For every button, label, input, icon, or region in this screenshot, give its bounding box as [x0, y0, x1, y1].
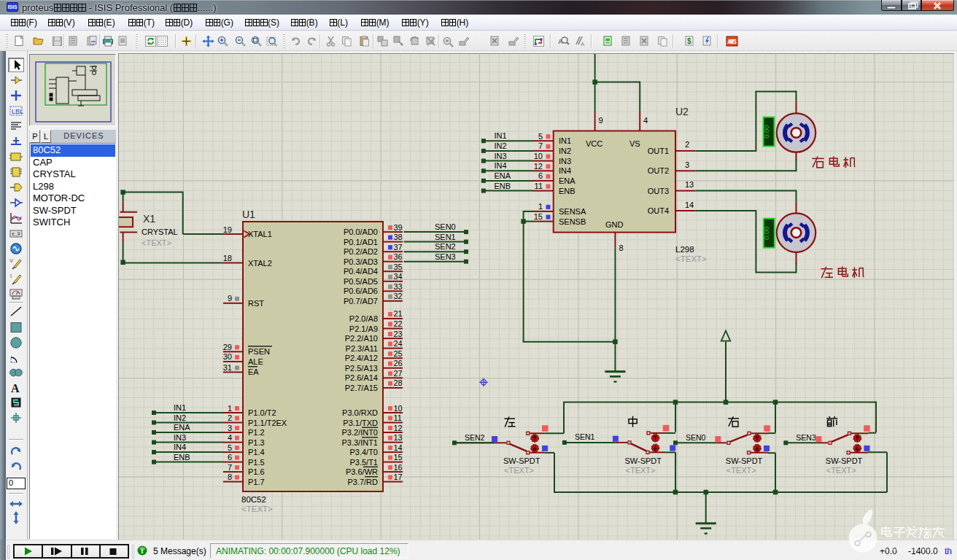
svg-text:37: 37 — [394, 243, 403, 252]
svg-text:P2.5/A13: P2.5/A13 — [345, 364, 378, 373]
svg-text:SW-SPDT: SW-SPDT — [503, 456, 541, 465]
svg-text:P2.0/A8: P2.0/A8 — [349, 314, 378, 323]
svg-text:P3.2/INT0: P3.2/INT0 — [341, 428, 378, 437]
svg-text:25: 25 — [394, 349, 403, 358]
svg-text:<TEXT>: <TEXT> — [626, 466, 656, 475]
svg-text:ENB: ENB — [174, 453, 190, 462]
svg-text:IN2: IN2 — [174, 413, 186, 422]
svg-text:U2: U2 — [675, 106, 689, 117]
svg-text:P3.4/T0: P3.4/T0 — [349, 448, 378, 456]
svg-text:34: 34 — [394, 272, 403, 281]
svg-text:OUT4: OUT4 — [648, 206, 669, 215]
svg-text:P2.4/A12: P2.4/A12 — [345, 354, 378, 362]
svg-text:P1.7: P1.7 — [248, 478, 265, 486]
svg-text:P1.2: P1.2 — [248, 428, 265, 437]
svg-text:P0.2/AD2: P0.2/AD2 — [344, 247, 378, 256]
svg-text:ENA: ENA — [174, 423, 190, 432]
svg-text:8: 8 — [228, 472, 232, 481]
svg-text:OUT1: OUT1 — [648, 147, 669, 155]
svg-text:L298: L298 — [675, 245, 694, 254]
svg-text:IN1: IN1 — [559, 136, 571, 145]
svg-text:P0.4/AD4: P0.4/AD4 — [344, 267, 378, 276]
svg-text:ALE: ALE — [248, 357, 263, 366]
svg-text:P2.1/A9: P2.1/A9 — [349, 324, 378, 333]
svg-text:SEN2: SEN2 — [435, 242, 456, 251]
svg-text:4: 4 — [643, 116, 648, 125]
svg-text:V: V — [9, 257, 14, 264]
svg-text:IN1: IN1 — [174, 403, 186, 412]
svg-text:3: 3 — [228, 424, 232, 432]
svg-text:$: $ — [687, 37, 691, 45]
svg-text:P0.0/AD0: P0.0/AD0 — [344, 228, 378, 236]
svg-text:P1.6: P1.6 — [248, 467, 265, 476]
svg-text:P3.1/TXD: P3.1/TXD — [343, 419, 378, 427]
svg-text:11: 11 — [394, 413, 402, 422]
svg-text:P3.3/INT1: P3.3/INT1 — [341, 438, 378, 447]
svg-text:27: 27 — [394, 369, 403, 378]
svg-text:1: 1 — [538, 202, 543, 211]
svg-text:<TEXT>: <TEXT> — [142, 238, 171, 247]
svg-text:P2.7/A15: P2.7/A15 — [345, 384, 378, 392]
svg-text:IN2: IN2 — [495, 141, 507, 150]
svg-text:7: 7 — [228, 463, 232, 472]
svg-text:P3.5/T1: P3.5/T1 — [349, 458, 378, 467]
svg-text:SEN1: SEN1 — [435, 233, 456, 241]
svg-text:OUT3: OUT3 — [648, 187, 669, 195]
svg-text:<TEXT>: <TEXT> — [727, 466, 756, 475]
svg-text:P1.4: P1.4 — [248, 448, 265, 456]
svg-text:U1: U1 — [242, 209, 255, 220]
svg-text:SW-SPDT: SW-SPDT — [726, 456, 763, 465]
svg-text:ENA: ENA — [495, 171, 511, 180]
svg-text:IN3: IN3 — [174, 433, 186, 442]
svg-text:PSEN: PSEN — [248, 347, 270, 356]
svg-text:11: 11 — [535, 182, 543, 190]
svg-text:9: 9 — [228, 294, 232, 303]
svg-text:24: 24 — [394, 339, 403, 348]
svg-text:18: 18 — [223, 254, 232, 262]
svg-text:CRYSTAL: CRYSTAL — [142, 228, 178, 236]
svg-text:P2.6/A14: P2.6/A14 — [345, 373, 378, 382]
svg-text:P0.7/AD7: P0.7/AD7 — [344, 297, 378, 306]
svg-text:38: 38 — [394, 233, 403, 241]
svg-text:36: 36 — [394, 252, 403, 261]
svg-text:P2.3/A11: P2.3/A11 — [346, 344, 378, 353]
svg-text:2: 2 — [228, 413, 232, 422]
svg-text:P0.5/AD5: P0.5/AD5 — [344, 277, 378, 286]
svg-text:5: 5 — [228, 443, 232, 452]
svg-text:16: 16 — [394, 463, 403, 472]
svg-text:SENSA: SENSA — [559, 207, 586, 216]
svg-text:GND: GND — [605, 220, 624, 229]
svg-text:A: A — [581, 41, 585, 47]
svg-text:10: 10 — [534, 152, 543, 160]
svg-text:6: 6 — [228, 453, 232, 462]
svg-text:P1.1/T2EX: P1.1/T2EX — [248, 419, 287, 427]
svg-text:XTAL1: XTAL1 — [248, 230, 272, 238]
svg-text:8: 8 — [619, 244, 624, 252]
svg-text:5: 5 — [538, 132, 543, 141]
svg-text:28: 28 — [394, 378, 403, 387]
svg-text:SEN1: SEN1 — [575, 432, 595, 441]
svg-text:e_9: e_9 — [12, 232, 20, 237]
svg-text:SW-SPDT: SW-SPDT — [826, 456, 863, 465]
svg-text:P1.5: P1.5 — [248, 458, 265, 467]
svg-text:SEN3: SEN3 — [435, 252, 456, 261]
svg-text:7: 7 — [538, 141, 543, 150]
svg-text:P2.2/A10: P2.2/A10 — [345, 334, 378, 343]
svg-text:15: 15 — [534, 212, 543, 221]
svg-text:0.00: 0.00 — [762, 125, 770, 139]
svg-text:14: 14 — [394, 443, 403, 452]
svg-text:17: 17 — [394, 472, 403, 481]
svg-text:13: 13 — [685, 180, 694, 189]
svg-text:OUT2: OUT2 — [648, 166, 669, 175]
svg-text:<TEXT>: <TEXT> — [675, 254, 707, 263]
svg-text:<TEXT>: <TEXT> — [504, 466, 534, 475]
svg-text:IN2: IN2 — [559, 147, 571, 155]
svg-text:22: 22 — [394, 319, 403, 328]
svg-text:SEN0: SEN0 — [435, 222, 456, 231]
svg-text:SEN2: SEN2 — [465, 433, 485, 442]
svg-text:14: 14 — [685, 201, 694, 209]
svg-text:X1: X1 — [143, 213, 155, 225]
svg-text:SW-SPDT: SW-SPDT — [625, 456, 662, 465]
svg-text:12: 12 — [394, 424, 403, 432]
svg-text:9: 9 — [599, 116, 603, 125]
